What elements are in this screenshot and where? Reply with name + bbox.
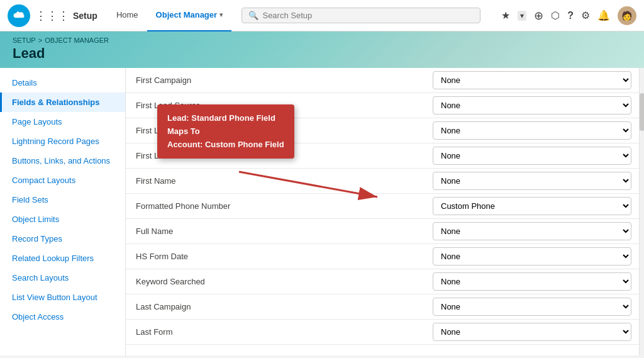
- main-content: Details Fields & Relationships Page Layo…: [0, 68, 644, 355]
- field-select-first-lead-source-3[interactable]: None: [433, 147, 631, 165]
- search-bar: 🔍: [242, 8, 480, 23]
- field-select-wrap: None: [425, 270, 639, 293]
- annotation-line1: Lead: Standard Phone Field: [167, 112, 284, 125]
- scrollbar-thumb[interactable]: [640, 93, 644, 131]
- field-row-last-form: Last Form None: [126, 320, 639, 345]
- field-select-first-lead-source[interactable]: None: [433, 96, 631, 115]
- add-icon[interactable]: ⊕: [534, 9, 543, 23]
- search-input[interactable]: [262, 11, 474, 20]
- field-label: Last Campaign: [126, 296, 425, 318]
- sidebar-item-list-view-button-layout[interactable]: List View Button Layout: [0, 288, 125, 307]
- sidebar-item-page-layouts[interactable]: Page Layouts: [0, 112, 125, 131]
- sub-header: SETUP > OBJECT MANAGER Lead: [0, 31, 644, 68]
- field-select-full-name[interactable]: None: [433, 222, 631, 240]
- breadcrumb-separator: >: [38, 36, 42, 44]
- field-select-wrap: Custom Phone None: [425, 194, 639, 218]
- sidebar-item-compact-layouts[interactable]: Compact Layouts: [0, 171, 125, 190]
- page-title: Lead: [13, 45, 631, 62]
- sidebar-item-details[interactable]: Details: [0, 73, 125, 92]
- field-select-wrap: None: [425, 144, 639, 167]
- field-select-first-name[interactable]: None: [433, 172, 631, 190]
- sidebar: Details Fields & Relationships Page Layo…: [0, 68, 126, 355]
- chevron-down-icon: ▾: [219, 11, 223, 18]
- field-row-formatted-phone-number: Formatted Phone Number Custom Phone None: [126, 194, 639, 219]
- field-select-wrap: None: [425, 94, 639, 117]
- sidebar-item-lightning-record-pages[interactable]: Lightning Record Pages: [0, 131, 125, 151]
- salesforce-logo[interactable]: [8, 4, 30, 27]
- app-grid-icon[interactable]: ⋮⋮⋮: [35, 9, 69, 23]
- search-icon: 🔍: [248, 11, 258, 20]
- field-select-first-campaign[interactable]: None: [433, 71, 631, 89]
- breadcrumb-object-manager[interactable]: OBJECT MANAGER: [45, 36, 109, 44]
- field-label: Keyword Searched: [126, 271, 425, 293]
- right-scrollbar[interactable]: [639, 68, 644, 355]
- gear-icon[interactable]: ⚙: [581, 9, 590, 21]
- app-name: Setup: [73, 11, 97, 21]
- field-label: Full Name: [126, 220, 425, 242]
- nav-tab-home[interactable]: Home: [108, 0, 147, 31]
- sidebar-item-related-lookup-filters[interactable]: Related Lookup Filters: [0, 249, 125, 268]
- field-select-first-lead-source-2[interactable]: None: [433, 121, 631, 140]
- breadcrumb-setup[interactable]: SETUP: [13, 36, 36, 44]
- annotation-line3: Account: Custom Phone Field: [167, 138, 284, 152]
- sidebar-item-object-limits[interactable]: Object Limits: [0, 210, 125, 229]
- field-label: First Name: [126, 170, 425, 192]
- field-select-wrap: None: [425, 220, 639, 243]
- sidebar-item-buttons-links[interactable]: Buttons, Links, and Actions: [0, 151, 125, 171]
- sidebar-item-object-access[interactable]: Object Access: [0, 307, 125, 327]
- field-select-wrap: None: [425, 119, 639, 142]
- field-row-first-campaign: First Campaign None: [126, 68, 639, 93]
- field-row-keyword-searched: Keyword Searched None: [126, 269, 639, 294]
- annotation-tooltip: Lead: Standard Phone Field Maps To Accou…: [157, 104, 294, 159]
- field-label: HS Form Date: [126, 245, 425, 267]
- field-select-wrap: None: [425, 320, 639, 344]
- field-select-hs-form-date[interactable]: None: [433, 247, 631, 266]
- breadcrumb: SETUP > OBJECT MANAGER: [13, 36, 631, 44]
- sidebar-item-fields-relationships[interactable]: Fields & Relationships: [0, 92, 125, 112]
- sidebar-item-record-types[interactable]: Record Types: [0, 229, 125, 249]
- chevron-down-icon-2[interactable]: ▾: [518, 11, 526, 21]
- field-select-last-form[interactable]: None: [433, 323, 631, 341]
- bell-icon[interactable]: 🔔: [597, 9, 610, 21]
- field-select-wrap: None: [425, 245, 639, 268]
- field-row-hs-form-date: HS Form Date None: [126, 244, 639, 269]
- question-icon[interactable]: ?: [567, 10, 574, 21]
- sidebar-item-search-layouts[interactable]: Search Layouts: [0, 268, 125, 288]
- nav-icons: ★ ▾ ⊕ ⬡ ? ⚙ 🔔 🧑: [501, 6, 636, 25]
- field-row-full-name: Full Name None: [126, 219, 639, 244]
- content-area: First Campaign None First Lead Source No…: [126, 68, 639, 355]
- network-icon[interactable]: ⬡: [551, 9, 560, 21]
- field-label: First Campaign: [126, 69, 425, 91]
- field-row-last-campaign: Last Campaign None: [126, 294, 639, 320]
- field-select-last-campaign[interactable]: None: [433, 298, 631, 316]
- field-label: Last Form: [126, 321, 425, 343]
- star-icon[interactable]: ★: [501, 9, 510, 21]
- field-select-formatted-phone[interactable]: Custom Phone None: [433, 197, 631, 215]
- field-select-wrap: None: [425, 169, 639, 193]
- nav-tab-object-manager[interactable]: Object Manager ▾: [147, 0, 232, 31]
- field-select-wrap: None: [425, 69, 639, 92]
- annotation-line2: Maps To: [167, 125, 284, 138]
- avatar[interactable]: 🧑: [618, 6, 636, 25]
- field-label: Formatted Phone Number: [126, 195, 425, 217]
- sidebar-item-field-sets[interactable]: Field Sets: [0, 190, 125, 210]
- cloud-icon: [12, 11, 26, 20]
- field-select-wrap: None: [425, 295, 639, 318]
- top-nav: ⋮⋮⋮ Setup Home Object Manager ▾ 🔍 ★ ▾ ⊕ …: [0, 0, 644, 31]
- field-row-first-name: First Name None: [126, 169, 639, 194]
- field-select-keyword-searched[interactable]: None: [433, 272, 631, 291]
